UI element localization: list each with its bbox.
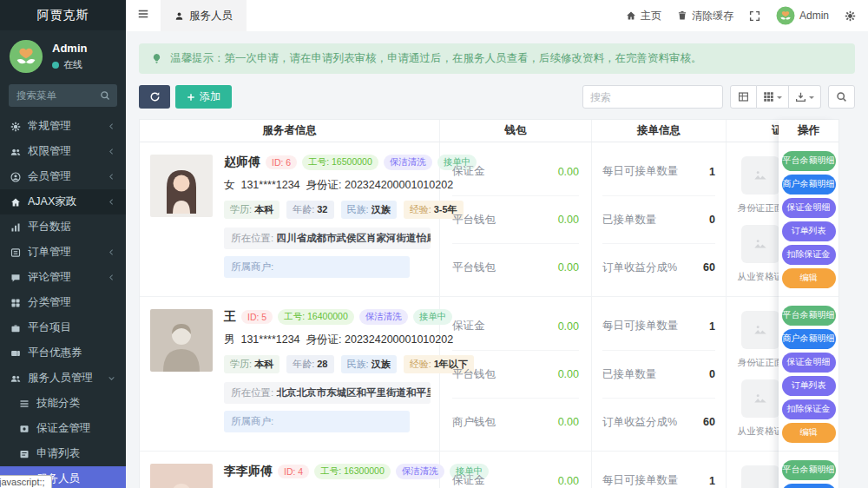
menu-label: 申请列表 <box>36 446 115 461</box>
sidebar-item-member[interactable]: 会员管理 <box>0 164 126 189</box>
caret-down-icon <box>777 96 782 102</box>
refresh-icon <box>149 91 161 102</box>
sidebar-item-general[interactable]: 常规管理 <box>0 114 126 139</box>
online-dot-icon <box>52 62 59 69</box>
id-badge: ID: 6 <box>266 155 297 169</box>
menu-label: 会员管理 <box>28 169 101 184</box>
platform-balance-detail-button[interactable]: 平台余额明细 <box>782 460 836 480</box>
deposit-detail-button[interactable]: 保证金明细 <box>782 353 836 373</box>
ops-column: 操作 平台余额明细 商户余额明细 保证金明细 订单列表 扣除保证金 编辑 平台余… <box>779 120 838 488</box>
person-icon <box>174 11 184 21</box>
platform-balance-detail-button[interactable]: 平台余额明细 <box>782 151 836 171</box>
search-icon <box>100 90 110 101</box>
app-logo: 阿贾克斯 <box>0 0 126 30</box>
cert-image-placeholder <box>741 311 779 349</box>
main-area: 服务人员 主页 清除缓存 Admin <box>126 0 868 488</box>
add-button[interactable]: 添加 <box>175 85 232 109</box>
columns-button[interactable] <box>757 85 789 109</box>
settings-gear-icon[interactable] <box>845 10 856 22</box>
sidebar-user-status: 在线 <box>52 58 87 71</box>
sidebar-item-auth[interactable]: 权限管理 <box>0 139 126 164</box>
home-icon <box>626 10 636 21</box>
edu-tag: 学历: 本科 <box>224 355 279 373</box>
gear-icon <box>10 122 21 132</box>
menu-label: 平台数据 <box>28 220 115 234</box>
staff-name: 王 <box>224 309 236 325</box>
sidebar-item-deposit-mgmt[interactable]: 保证金管理 <box>0 416 126 441</box>
sidebar-item-category-mgmt[interactable]: 分类管理 <box>0 290 126 315</box>
avatar <box>776 6 795 25</box>
tab-staff[interactable]: 服务人员 <box>161 0 247 31</box>
cert-image-placeholder <box>741 156 779 195</box>
menu-label: 常规管理 <box>28 119 101 134</box>
deposit-detail-button[interactable]: 保证金明细 <box>782 198 836 218</box>
search-submit-button[interactable] <box>828 85 855 109</box>
plus-icon <box>187 93 195 102</box>
topbar-user[interactable]: Admin <box>776 6 829 25</box>
merchant-balance-detail-button[interactable]: 商户余额明细 <box>782 175 836 195</box>
sidebar-item-comment-mgmt[interactable]: 评论管理 <box>0 265 126 290</box>
refresh-button[interactable] <box>139 85 170 109</box>
toolbar-right <box>582 85 855 109</box>
table-search-input[interactable] <box>582 85 723 109</box>
table-icon <box>738 91 749 102</box>
fullscreen-icon[interactable] <box>749 10 760 22</box>
toggle-view-button[interactable] <box>730 85 757 109</box>
menu-label: 分类管理 <box>28 295 115 310</box>
staff-photo[interactable] <box>150 309 213 372</box>
deduct-deposit-button[interactable]: 扣除保证金 <box>782 399 836 419</box>
merchant-balance-detail-button[interactable]: 商户余额明细 <box>782 484 836 488</box>
clear-cache-button[interactable]: 清除缓存 <box>677 9 733 23</box>
orders-cell: 每日可接单数量1 已接单数量0 订单收益分成%60 <box>592 297 727 451</box>
staff-photo[interactable] <box>150 464 213 488</box>
home-icon <box>10 197 21 208</box>
chevron-left-icon <box>108 122 115 130</box>
sidebar-item-order-mgmt[interactable]: 订单管理 <box>0 240 126 265</box>
orders-cell: 每日可接单数量1 已接单数量0 订单收益分成%60 <box>592 142 727 296</box>
menu-label: 评论管理 <box>28 270 101 285</box>
ops-group: 平台余额明细 商户余额明细 保证金明细 订单列表 扣除保证金 编辑 <box>779 297 838 452</box>
home-button[interactable]: 主页 <box>626 9 661 23</box>
sidebar-user-status-label: 在线 <box>63 58 82 71</box>
idcard-label: 身份证: <box>306 333 342 346</box>
topbar: 服务人员 主页 清除缓存 Admin <box>126 0 868 31</box>
user-circle-icon <box>10 172 21 182</box>
edu-tag: 学历: 本科 <box>224 201 279 219</box>
sidebar-item-apply-list[interactable]: 申请列表 <box>0 441 126 466</box>
menu-label: 权限管理 <box>28 144 101 159</box>
order-list-button[interactable]: 订单列表 <box>782 221 836 241</box>
grid-icon <box>763 91 774 102</box>
order-list-button[interactable]: 订单列表 <box>782 376 836 396</box>
tag-line: 学历: 本科 年龄: 32 民族: 汉族 经验: 3-5年 <box>224 201 431 219</box>
hamburger-icon[interactable] <box>126 8 161 23</box>
topbar-right: 主页 清除缓存 Admin <box>626 6 856 25</box>
category-icon <box>10 298 21 308</box>
phone: 131****1234 <box>240 179 299 191</box>
table-row: 王 ID: 5 工号: 16400000 保洁清洗 接单中 男 131****1… <box>140 297 838 452</box>
deduct-deposit-button[interactable]: 扣除保证金 <box>782 245 836 265</box>
platform-balance-detail-button[interactable]: 平台余额明细 <box>782 306 836 326</box>
sidebar-item-platform-coupon[interactable]: 平台优惠券 <box>0 340 126 366</box>
worker-no-badge: 工号: 16400000 <box>278 309 354 325</box>
edit-button[interactable]: 编辑 <box>782 268 836 288</box>
header-info: 服务者信息 <box>140 120 440 142</box>
staff-photo[interactable] <box>150 155 213 217</box>
export-button[interactable] <box>789 85 821 109</box>
sidebar-item-platform-project[interactable]: 平台项目 <box>0 315 126 340</box>
sidebar-item-skill-category[interactable]: 技能分类 <box>0 391 126 416</box>
search-icon <box>836 91 847 102</box>
ethnic-tag: 民族: 汉族 <box>341 201 397 219</box>
id-badge: ID: 4 <box>278 465 309 478</box>
ethnic-tag: 民族: 汉族 <box>341 355 397 373</box>
menu-label: 服务人员管理 <box>28 371 101 386</box>
coupon-icon <box>10 348 21 359</box>
staff-info-cell: 赵师傅 ID: 6 工号: 16500000 保洁清洗 接单中 女 131***… <box>140 142 440 296</box>
merchant-balance-detail-button[interactable]: 商户余额明细 <box>782 329 836 349</box>
edit-button[interactable]: 编辑 <box>782 423 836 443</box>
chevron-left-icon <box>108 248 115 256</box>
sidebar-item-ajax-housekeeping[interactable]: AJAX家政 <box>0 189 126 214</box>
sidebar-search <box>9 84 117 107</box>
content: 温馨提示：第一次申请，请在申请列表审核，申请通过后，在服务人员查看，后续修改资料… <box>126 31 868 488</box>
sidebar-item-platform-data[interactable]: 平台数据 <box>0 214 126 240</box>
sidebar-item-staff-mgmt[interactable]: 服务人员管理 <box>0 366 126 391</box>
